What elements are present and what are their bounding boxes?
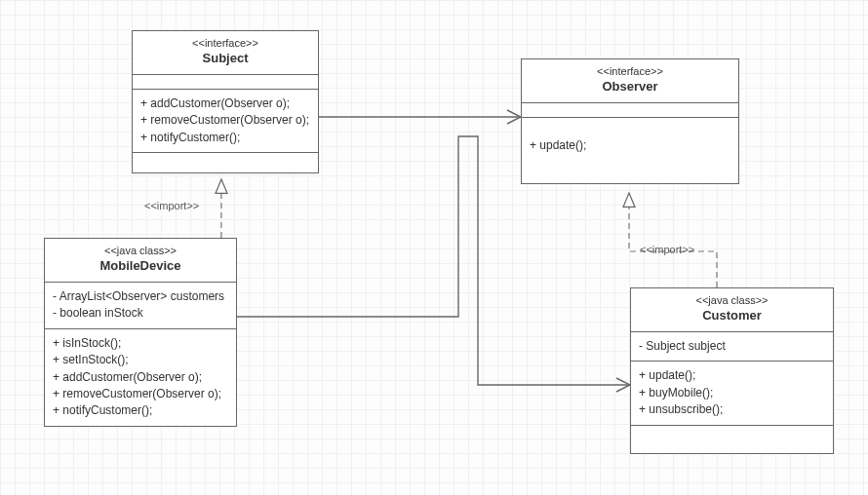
extra-section (133, 153, 318, 172)
attributes-section: - Subject subject (631, 332, 833, 362)
class-name: Subject (137, 51, 314, 66)
operation: + isInStock(); (53, 335, 228, 352)
class-customer[interactable]: <<java class>> Customer - Subject subjec… (630, 287, 834, 454)
class-subject[interactable]: <<interface>> Subject + addCustomer(Obse… (132, 30, 319, 173)
attribute: - ArrayList<Observer> customers (53, 288, 228, 305)
operation: + notifyCustomer(); (140, 130, 310, 146)
stereotype-label: <<interface>> (526, 65, 734, 79)
extra-section (631, 426, 833, 453)
stereotype-label: <<java class>> (635, 294, 829, 308)
class-header: <<java class>> MobileDevice (45, 239, 236, 283)
class-name: Customer (635, 308, 829, 324)
attribute: - boolean inStock (53, 305, 228, 322)
attributes-section (522, 103, 738, 118)
class-mobile-device[interactable]: <<java class>> MobileDevice - ArrayList<… (44, 238, 237, 427)
operation: + setInStock(); (53, 352, 228, 368)
edge-label-import-mobile: <<import>> (144, 200, 199, 211)
attributes-section (133, 75, 318, 90)
class-name: Observer (526, 79, 734, 95)
operation: + update(); (639, 367, 825, 384)
operation: + notifyCustomer(); (53, 402, 228, 419)
operation: + buyMobile(); (639, 385, 825, 401)
operation: + removeCustomer(Observer o); (53, 386, 228, 402)
class-header: <<interface>> Observer (522, 59, 738, 103)
edge-customer-to-observer (629, 193, 717, 287)
operation: + addCustomer(Observer o); (53, 369, 228, 386)
operations-section: + isInStock(); + setInStock(); + addCust… (45, 329, 236, 426)
stereotype-label: <<interface>> (137, 37, 314, 51)
attribute: - Subject subject (639, 338, 825, 355)
edge-label-import-customer: <<import>> (640, 244, 694, 255)
class-name: MobileDevice (49, 258, 232, 274)
class-header: <<interface>> Subject (133, 31, 318, 75)
operations-section: + update(); + buyMobile(); + unsubscribe… (631, 362, 833, 425)
operation: + removeCustomer(Observer o); (140, 112, 310, 129)
class-observer[interactable]: <<interface>> Observer + update(); (521, 58, 739, 184)
operation: + update(); (530, 137, 730, 154)
operations-section: + addCustomer(Observer o); + removeCusto… (133, 90, 318, 153)
attributes-section: - ArrayList<Observer> customers - boolea… (45, 283, 236, 329)
operations-section: + update(); (522, 118, 738, 183)
operation: + unsubscribe(); (639, 401, 825, 418)
stereotype-label: <<java class>> (49, 245, 232, 258)
operation: + addCustomer(Observer o); (140, 95, 310, 112)
class-header: <<java class>> Customer (631, 288, 833, 332)
